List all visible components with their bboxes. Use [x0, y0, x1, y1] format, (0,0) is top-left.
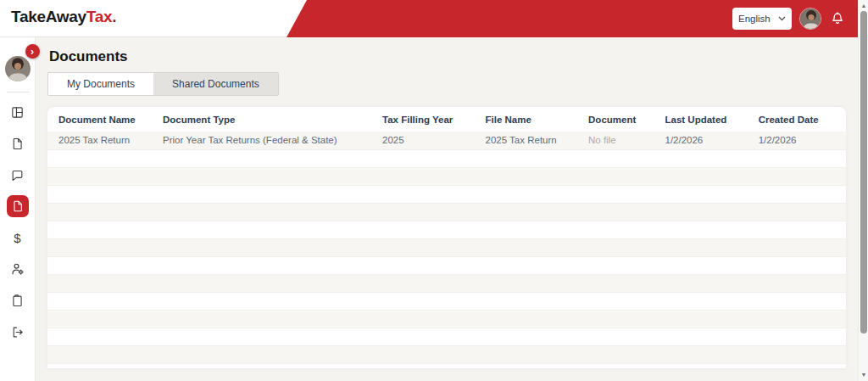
- table-cell: [583, 256, 659, 274]
- table-cell: [158, 310, 377, 328]
- tab-shared-documents[interactable]: Shared Documents: [153, 73, 278, 95]
- table-cell: [659, 238, 753, 256]
- table-cell: [47, 292, 158, 310]
- user-avatar[interactable]: [799, 8, 821, 30]
- table-cell: [659, 203, 753, 221]
- table-cell: [754, 221, 846, 238]
- sidebar-divider: [7, 92, 29, 92]
- column-header: Document Name: [47, 107, 158, 132]
- table-empty-row: [47, 167, 846, 185]
- table-cell: 1/2/2026: [754, 132, 846, 149]
- table-cell: [158, 256, 377, 274]
- scrollbar-up-arrow-icon[interactable]: ▲: [859, 3, 868, 9]
- column-header: Document Type: [158, 107, 377, 132]
- table-cell: [158, 221, 377, 238]
- page-title: Documents: [49, 48, 846, 65]
- table-empty-row: [47, 238, 846, 256]
- table-cell: [754, 256, 846, 274]
- table-cell: [754, 203, 846, 221]
- table-cell: [158, 238, 377, 256]
- table-empty-row: [47, 203, 846, 221]
- sidebar-expand-button[interactable]: ›: [25, 44, 40, 59]
- table-cell: [583, 167, 659, 185]
- table-cell: [377, 221, 481, 238]
- table-cell: [377, 310, 481, 328]
- table-cell: [481, 328, 584, 345]
- user-settings-icon: [10, 261, 25, 277]
- chat-icon: [10, 168, 25, 182]
- table-cell: [47, 149, 158, 167]
- table-cell: [481, 185, 584, 203]
- table-cell: 2025 Tax Return: [47, 132, 158, 149]
- language-selector[interactable]: English: [732, 8, 792, 30]
- scrollbar-thumb[interactable]: [860, 11, 867, 333]
- table-cell: [481, 274, 584, 292]
- sidebar-item-documents[interactable]: [7, 195, 29, 217]
- table-cell: [47, 345, 158, 363]
- table-cell: [583, 203, 659, 221]
- table-cell: [377, 274, 481, 292]
- table-cell: [481, 203, 584, 221]
- table-body: 2025 Tax ReturnPrior Year Tax Returns (F…: [47, 132, 846, 368]
- clipboard-icon: [10, 294, 25, 308]
- table-cell: [47, 185, 158, 203]
- table-cell: [583, 345, 659, 363]
- table-cell: [377, 363, 481, 368]
- table-empty-row: [47, 185, 846, 203]
- window-scrollbar[interactable]: ▲ ▼: [858, 0, 868, 381]
- table-cell: [583, 238, 659, 256]
- table-cell: [754, 167, 846, 185]
- table-row[interactable]: 2025 Tax ReturnPrior Year Tax Returns (F…: [47, 132, 846, 149]
- table-cell: [583, 185, 659, 203]
- table-cell: [754, 363, 846, 368]
- table-cell: [158, 345, 377, 363]
- notifications-bell-icon[interactable]: [829, 9, 846, 28]
- scrollbar-down-arrow-icon[interactable]: ▼: [859, 372, 868, 378]
- sidebar-nav: $: [0, 101, 35, 343]
- table-cell: [583, 328, 659, 345]
- sidebar-item-dashboard[interactable]: [7, 101, 29, 123]
- table-cell: [377, 149, 481, 167]
- table-cell: [47, 328, 158, 345]
- sidebar: › $: [0, 37, 36, 381]
- table-cell: [754, 274, 846, 292]
- table-cell: [47, 310, 158, 328]
- table-cell: [47, 221, 158, 238]
- app-header: TakeAwayTax. English: [0, 0, 868, 37]
- sidebar-user-avatar[interactable]: ›: [5, 56, 31, 81]
- table-cell: [377, 328, 481, 345]
- table-cell: 1/2/2026: [659, 132, 753, 149]
- table-cell: [583, 310, 659, 328]
- sidebar-item-logout[interactable]: [7, 321, 29, 343]
- table-cell: [754, 292, 846, 310]
- column-header: Tax Filling Year: [377, 107, 481, 132]
- sidebar-item-files[interactable]: [7, 132, 29, 154]
- table-empty-row: [47, 292, 846, 310]
- table-cell: [481, 221, 584, 238]
- documents-table: Document NameDocument TypeTax Filling Ye…: [47, 107, 846, 368]
- sidebar-item-messages[interactable]: [7, 164, 29, 186]
- table-cell: Prior Year Tax Returns (Federal & State): [158, 132, 377, 149]
- table-cell: [47, 256, 158, 274]
- sidebar-item-user-management[interactable]: [7, 258, 29, 280]
- sidebar-item-billing[interactable]: $: [7, 227, 29, 249]
- logout-icon: [10, 325, 25, 339]
- table-cell: [158, 363, 377, 368]
- table-empty-row: [47, 363, 846, 368]
- table-cell: No file: [583, 132, 659, 149]
- table-cell: [659, 149, 753, 167]
- column-header: Created Date: [754, 107, 846, 132]
- table-cell: [158, 274, 377, 292]
- table-cell: [377, 256, 481, 274]
- sidebar-item-forms[interactable]: [7, 289, 29, 311]
- table-cell: [377, 167, 481, 185]
- table-cell: [158, 167, 377, 185]
- tab-my-documents[interactable]: My Documents: [48, 73, 153, 95]
- table-cell: 2025 Tax Return: [481, 132, 584, 149]
- documents-tabs: My Documents Shared Documents: [47, 72, 279, 96]
- table-cell: [47, 203, 158, 221]
- column-header: Last Updated: [659, 107, 753, 132]
- table-empty-row: [47, 149, 846, 167]
- chevron-down-icon: [778, 16, 786, 21]
- table-cell: [377, 203, 481, 221]
